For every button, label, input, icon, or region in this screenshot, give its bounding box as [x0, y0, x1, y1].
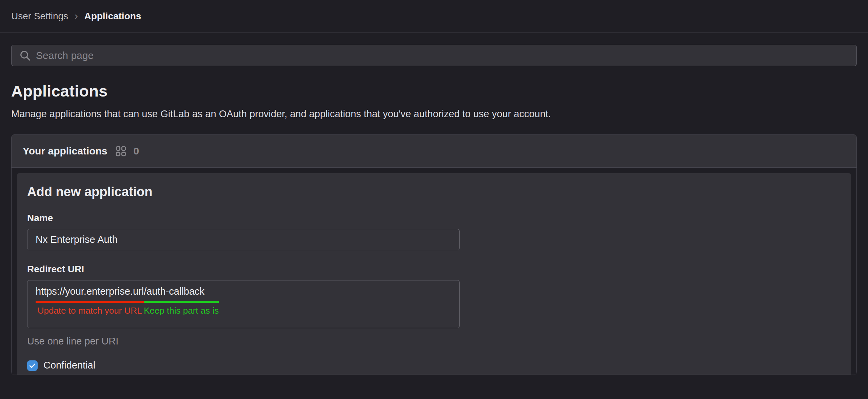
name-label: Name	[27, 213, 841, 224]
page-description: Manage applications that can use GitLab …	[11, 108, 857, 120]
redirect-uri-host-part: https://your.enterprise.url	[36, 286, 144, 303]
applications-grid-icon	[115, 146, 126, 157]
your-applications-panel: Your applications 0 Add new application …	[11, 134, 857, 375]
redirect-uri-label: Redirect URI	[27, 264, 841, 275]
chevron-right-icon: ›	[74, 10, 78, 21]
breadcrumb-bar: User Settings › Applications	[0, 0, 868, 33]
redirect-uri-content: https://your.enterprise.url /auth-callba…	[36, 286, 219, 316]
confidential-label[interactable]: Confidential	[43, 360, 95, 371]
add-new-application-card: Add new application Name Redirect URI ht…	[17, 173, 851, 375]
search-input[interactable]	[11, 45, 857, 66]
page-search	[11, 45, 857, 66]
breadcrumb-user-settings[interactable]: User Settings	[11, 11, 68, 22]
panel-title: Your applications	[23, 145, 107, 157]
page-title: Applications	[11, 82, 857, 100]
confidential-checkbox[interactable]	[27, 360, 38, 371]
annotation-update-url: Update to match your URL	[38, 306, 142, 316]
annotation-keep-part: Keep this part as is	[144, 306, 219, 316]
panel-header: Your applications 0	[12, 135, 856, 168]
checkmark-icon	[29, 362, 36, 369]
panel-body: Add new application Name Redirect URI ht…	[12, 168, 856, 375]
application-name-input[interactable]	[27, 229, 460, 250]
form-title: Add new application	[27, 185, 841, 199]
redirect-uri-path-part: /auth-callback	[144, 286, 219, 303]
confidential-help: Enable only for confidential application…	[43, 373, 464, 375]
applications-count-badge: 0	[133, 145, 139, 157]
confidential-row: Confidential	[27, 360, 841, 371]
redirect-uri-textarea[interactable]: https://your.enterprise.url /auth-callba…	[27, 280, 460, 328]
redirect-uri-help: Use one line per URI	[27, 336, 841, 347]
breadcrumb-applications[interactable]: Applications	[84, 11, 141, 22]
main-content: Applications Manage applications that ca…	[0, 45, 868, 375]
